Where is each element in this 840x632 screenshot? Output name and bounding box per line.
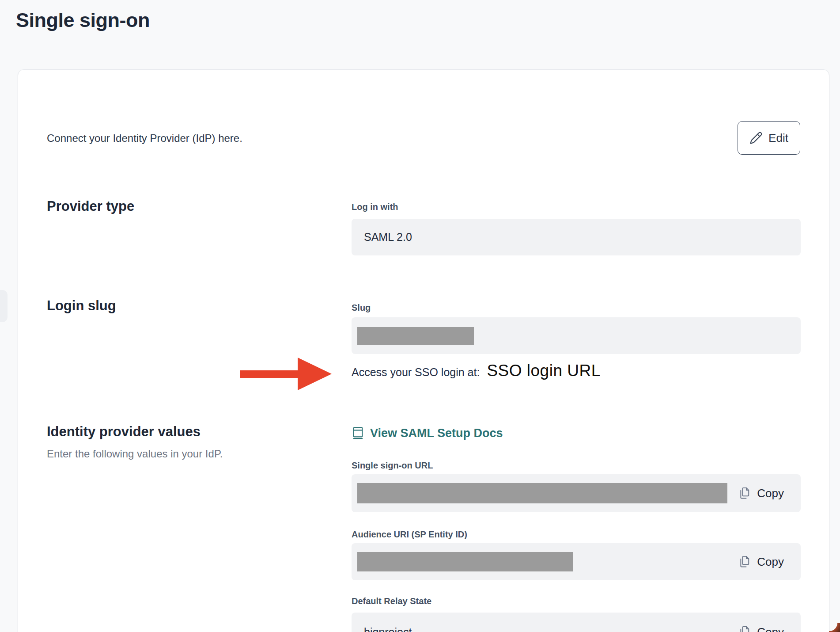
copy-button-label: Copy — [757, 555, 784, 569]
page-title: Single sign-on — [16, 9, 150, 32]
login-with-label: Log in with — [352, 202, 398, 212]
view-saml-docs-link[interactable]: View SAML Setup Docs — [352, 426, 503, 440]
sso-url-label: Single sign-on URL — [352, 461, 433, 471]
copy-icon — [738, 487, 751, 500]
sso-access-line: Access your SSO login at: SSO login URL — [352, 362, 601, 380]
idp-values-subheading: Enter the following values in your IdP. — [47, 448, 223, 460]
default-relay-state-label: Default Relay State — [352, 596, 431, 606]
redacted-sso-url-value — [357, 483, 727, 503]
provider-type-value-box: SAML 2.0 — [352, 219, 801, 255]
default-relay-state-value: bigproject — [352, 626, 412, 632]
copy-button-label: Copy — [757, 625, 784, 632]
copy-icon — [738, 625, 751, 632]
corner-red-shape — [829, 623, 840, 632]
access-prefix-text: Access your SSO login at: — [352, 366, 480, 379]
idp-values-heading: Identity provider values — [47, 424, 201, 440]
provider-type-heading: Provider type — [47, 198, 134, 214]
copy-button-label: Copy — [757, 487, 784, 500]
audience-uri-label: Audience URI (SP Entity ID) — [352, 529, 467, 540]
annotation-arrow-head — [298, 358, 332, 390]
intro-text: Connect your Identity Provider (IdP) her… — [47, 132, 242, 145]
annotation-arrow-shaft — [240, 370, 299, 378]
redacted-audience-uri-value — [357, 552, 573, 571]
sso-login-url-annotation: SSO login URL — [487, 362, 600, 380]
sso-url-value-box: Copy — [352, 474, 801, 512]
view-saml-docs-label: View SAML Setup Docs — [370, 426, 503, 440]
edit-button[interactable]: Edit — [738, 121, 800, 155]
edit-button-label: Edit — [768, 131, 788, 145]
copy-relay-state-button[interactable]: Copy — [738, 625, 784, 632]
default-relay-state-value-box: bigproject Copy — [352, 613, 801, 632]
copy-sso-url-button[interactable]: Copy — [738, 487, 784, 500]
login-slug-heading: Login slug — [47, 298, 116, 314]
pencil-icon — [749, 131, 763, 145]
slug-label: Slug — [352, 303, 371, 313]
copy-audience-uri-button[interactable]: Copy — [738, 555, 784, 569]
copy-icon — [738, 555, 751, 568]
side-peek-tab[interactable] — [0, 290, 8, 322]
sso-settings-card: Connect your Identity Provider (IdP) her… — [18, 69, 829, 632]
audience-uri-value-box: Copy — [352, 543, 801, 580]
provider-type-value: SAML 2.0 — [352, 231, 412, 244]
slug-value-box — [352, 317, 801, 354]
docs-book-icon — [352, 426, 364, 440]
redacted-slug-value — [357, 327, 474, 345]
